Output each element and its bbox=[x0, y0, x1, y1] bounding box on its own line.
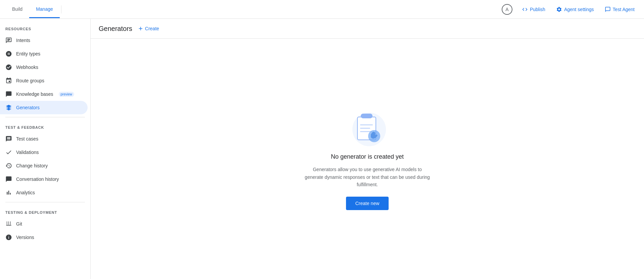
sidebar-item-conversation-history[interactable]: Conversation history bbox=[0, 172, 88, 186]
sidebar-item-change-history[interactable]: Change history bbox=[0, 159, 88, 172]
knowledge-bases-icon bbox=[5, 91, 12, 97]
change-history-icon bbox=[5, 162, 12, 169]
publish-button[interactable]: Publish bbox=[518, 4, 549, 15]
route-groups-icon bbox=[5, 77, 12, 84]
test-cases-icon bbox=[5, 135, 12, 142]
preview-badge: preview bbox=[59, 92, 74, 97]
top-actions: A Publish Agent settings Test Agent bbox=[502, 4, 639, 15]
versions-icon bbox=[5, 234, 12, 241]
sidebar-divider-2 bbox=[5, 202, 85, 202]
tab-manage[interactable]: Manage bbox=[29, 1, 60, 18]
content-area: Generators Create bbox=[91, 19, 644, 279]
generators-icon bbox=[5, 104, 12, 111]
sidebar-item-webhooks[interactable]: Webhooks bbox=[0, 61, 88, 74]
main-layout: RESOURCES Intents Entity types Webhooks bbox=[0, 19, 644, 279]
sidebar-item-test-cases[interactable]: Test cases bbox=[0, 132, 88, 146]
create-link[interactable]: Create bbox=[135, 24, 162, 33]
gear-icon bbox=[556, 6, 562, 12]
resources-section-label: RESOURCES bbox=[0, 22, 90, 34]
sidebar-item-route-groups[interactable]: Route groups bbox=[0, 74, 88, 87]
svg-rect-4 bbox=[360, 128, 370, 129]
webhooks-icon bbox=[5, 64, 12, 71]
empty-state-title: No generator is created yet bbox=[331, 153, 404, 160]
empty-state: No generator is created yet Generators a… bbox=[91, 39, 644, 279]
sidebar-item-git[interactable]: Git bbox=[0, 217, 88, 231]
sidebar-item-intents[interactable]: Intents bbox=[0, 34, 88, 47]
svg-rect-2 bbox=[361, 114, 373, 118]
avatar[interactable]: A bbox=[502, 4, 512, 15]
entity-types-icon bbox=[5, 50, 12, 57]
test-feedback-section-label: TEST & FEEDBACK bbox=[0, 120, 90, 132]
publish-icon bbox=[522, 6, 528, 12]
nav-divider bbox=[61, 5, 61, 13]
empty-state-description: Generators allow you to use generative A… bbox=[304, 166, 431, 188]
svg-rect-3 bbox=[360, 124, 373, 125]
sidebar-item-validations[interactable]: Validations bbox=[0, 146, 88, 159]
sidebar-item-generators[interactable]: Generators bbox=[0, 101, 88, 114]
empty-illustration bbox=[347, 108, 388, 148]
chat-icon bbox=[605, 6, 611, 12]
validations-icon bbox=[5, 149, 12, 156]
test-agent-button[interactable]: Test Agent bbox=[601, 4, 639, 15]
sidebar-item-analytics[interactable]: Analytics bbox=[0, 186, 88, 199]
agent-settings-button[interactable]: Agent settings bbox=[552, 4, 598, 15]
sidebar-item-entity-types[interactable]: Entity types bbox=[0, 47, 88, 61]
content-header: Generators Create bbox=[91, 19, 644, 39]
sidebar-item-versions[interactable]: Versions bbox=[0, 231, 88, 244]
intents-icon bbox=[5, 37, 12, 44]
git-icon bbox=[5, 221, 12, 227]
sidebar-item-knowledge-bases[interactable]: Knowledge bases preview bbox=[0, 87, 88, 101]
testing-deployment-section-label: TESTING & DEPLOYMENT bbox=[0, 205, 90, 217]
tab-build[interactable]: Build bbox=[5, 1, 29, 18]
page-title: Generators bbox=[99, 25, 132, 33]
conversation-history-icon bbox=[5, 176, 12, 183]
analytics-icon bbox=[5, 189, 12, 196]
sidebar-divider-1 bbox=[5, 117, 85, 117]
top-nav: Build Manage A Publish Agent settings Te… bbox=[0, 0, 644, 19]
sidebar: RESOURCES Intents Entity types Webhooks bbox=[0, 19, 91, 279]
create-new-button[interactable]: Create new bbox=[346, 197, 389, 210]
plus-icon bbox=[138, 26, 144, 32]
